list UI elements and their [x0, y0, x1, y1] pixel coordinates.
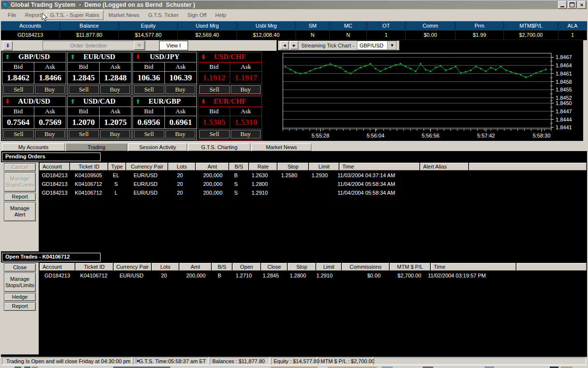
chart-pair-dropdown-icon[interactable]: ▼ [387, 41, 396, 49]
svg-text:1.8452: 1.8452 [556, 95, 572, 101]
tab-market-news[interactable]: Market News [251, 143, 311, 151]
buy-button[interactable]: Buy [100, 130, 131, 138]
quote-panel-eur-chf: ⬇EUR/CHFBidAsk1.53051.5310SellBuy [198, 96, 262, 140]
currency-pair-label: USD/CHF [214, 53, 246, 61]
buy-button[interactable]: Buy [231, 85, 261, 94]
bid-price: 0.6956 [133, 116, 165, 128]
column-header-account: Account [40, 163, 70, 170]
sell-button[interactable]: Sell [134, 85, 164, 94]
account-value: 1 [559, 31, 587, 39]
order-control-bar: ⬇ Order Selection ▼ View I [1, 40, 277, 51]
account-col-mc: MC [330, 21, 367, 30]
cell: K04106712 [75, 273, 113, 278]
menu-item-g-t-s-super-rates[interactable]: G.T.S. - Super Rates [46, 10, 103, 20]
down-arrow-icon: ⬇ [135, 53, 141, 61]
cell: 11/03/2004 04:37:14 AM [335, 172, 415, 178]
cell: GD184213 [40, 190, 70, 196]
quote-panel-aud-usd: ⬇AUD/USDBidAsk0.75640.7569SellBuy [2, 96, 66, 140]
cell: EUR/USD [125, 172, 166, 178]
buy-button[interactable]: Buy [165, 85, 196, 94]
menu-item-help[interactable]: Help [211, 11, 230, 19]
quotes-column: ⬇ Order Selection ▼ View I ⬆GBP/USDBidAs… [1, 40, 277, 141]
next-pair-button[interactable]: ▶ [290, 41, 298, 49]
report-button[interactable]: Report [4, 193, 36, 201]
cell: 20 [166, 172, 193, 178]
menu-item-file[interactable]: File [4, 11, 20, 19]
svg-text:5:55:28: 5:55:28 [311, 133, 329, 138]
maximize-button[interactable] [568, 1, 576, 9]
table-row[interactable]: GD184213K04106712EUR/USD20200,000B1.2710… [40, 271, 587, 279]
table-row[interactable]: GD184213K04109505ELEUR/USD20200,000B1.26… [40, 171, 587, 179]
report-button[interactable]: Report [4, 302, 36, 310]
sell-button[interactable]: Sell [3, 130, 34, 138]
window-title: Global Trading System - Demo (Logged on … [11, 1, 557, 8]
tab-bar: My AccountsTradingSession ActivityG.T.S.… [1, 141, 587, 151]
column-header-lots: Lots [152, 263, 179, 271]
quote-panel-usd-cad: ⬆USD/CADBidAsk1.20701.2075SellBuy [67, 96, 132, 140]
account-value: $1.99 [456, 31, 504, 39]
cell: 20 [166, 190, 193, 196]
sell-button[interactable]: Sell [69, 85, 99, 94]
account-col-ot: OT [367, 21, 406, 30]
menu-item-g-t-s-ticker[interactable]: G.T.S. Ticker [144, 11, 182, 19]
ask-price: 106.39 [165, 72, 196, 84]
expand-button[interactable]: ⬇ [3, 41, 13, 50]
account-col-mtm$p/l: MTM$P/L [504, 21, 559, 30]
ask-price: 1.5310 [230, 116, 262, 128]
cell: K04106712 [70, 181, 107, 187]
tab-g-t-s-charting[interactable]: G.T.S. Charting [188, 143, 250, 151]
ask-price: 0.6961 [165, 116, 196, 128]
account-value: $2,700.00 [504, 31, 559, 39]
taskbar[interactable] [1, 365, 587, 368]
tab-session-activity[interactable]: Session Activity [128, 143, 187, 151]
cell: S [107, 181, 125, 187]
menu-item-market-news[interactable]: Market News [104, 11, 143, 19]
quote-panel-usd-jpy: ⬇USD/JPYBidAsk106.36106.39SellBuy [132, 52, 197, 95]
ask-label: Ask [34, 107, 66, 116]
status-segment-blank [374, 357, 586, 365]
close-button[interactable]: × [577, 1, 586, 9]
buy-button[interactable]: Buy [165, 130, 196, 138]
svg-text:1.8464: 1.8464 [556, 62, 572, 68]
sell-button[interactable]: Sell [199, 130, 230, 138]
minimize-button[interactable] [558, 1, 567, 9]
close-button[interactable]: Close [4, 263, 36, 272]
table-row[interactable]: GD184213K04106712SEUR/USD20200,000S1.280… [40, 180, 587, 188]
manage-alert-button[interactable]: Manage Alert [4, 202, 36, 221]
account-value: $12,008.40 [237, 31, 296, 39]
sell-button[interactable]: Sell [69, 130, 99, 138]
menu-item-sign-off[interactable]: Sign Off [183, 11, 210, 19]
svg-text:5:58:30: 5:58:30 [533, 133, 551, 138]
prev-pair-button[interactable]: ◀ [280, 41, 289, 49]
quote-panel-eur-usd: ⬆EUR/USDBidAsk1.28451.2848SellBuy [67, 52, 132, 95]
buy-button[interactable]: Buy [35, 130, 65, 138]
manage-stops-limits-button[interactable]: Manage Stops/Limits [4, 273, 36, 292]
buy-button[interactable]: Buy [231, 130, 261, 138]
order-selection-combo[interactable]: Order Selection ▼ [43, 41, 146, 50]
column-header-alert-alias: Alert Alias [420, 163, 469, 170]
tick-chart-area: ◀ ▶ Streaming Tick Chart - GBP/USD ▼ 1.8… [277, 40, 583, 141]
cell: S [226, 181, 246, 187]
chart-pair-combo[interactable]: GBP/USD ▼ [357, 41, 397, 50]
sell-button[interactable]: Sell [3, 85, 34, 94]
account-value: $11,877.80 [60, 31, 119, 39]
cell: 1.2630 [246, 172, 274, 178]
cell: 11/04/2004 05:58:34 AM [335, 181, 415, 187]
tab-my-accounts[interactable]: My Accounts [2, 143, 65, 151]
table-row[interactable]: GD184213K04106712LEUR/USD20200,000S1.291… [40, 188, 587, 197]
sell-button[interactable]: Sell [199, 85, 230, 94]
view-button[interactable]: View I [159, 41, 188, 50]
open-trades-section: CloseManage Stops/LimitsHedgeReport Acco… [1, 262, 587, 354]
bid-price: 1.2070 [68, 116, 100, 128]
quote-grid: ⬆GBP/USDBidAsk1.84621.8466SellBuy⬆EUR/US… [2, 52, 277, 140]
account-value: $14,577.80 [119, 31, 178, 39]
order-selection-dropdown-icon[interactable]: ▼ [134, 41, 145, 50]
hedge-button[interactable]: Hedge [4, 293, 36, 301]
tab-trading[interactable]: Trading [66, 143, 127, 151]
pending-orders-header-row: AccountTicket IDTypeCurrency PairLotsAmt… [40, 163, 587, 170]
buy-button[interactable]: Buy [35, 85, 65, 94]
gts-time-radio-icon [135, 358, 137, 364]
sell-button[interactable]: Sell [134, 130, 164, 138]
status-segment: MTM $ P/L : $2,700.00 [318, 357, 372, 365]
buy-button[interactable]: Buy [100, 85, 131, 94]
